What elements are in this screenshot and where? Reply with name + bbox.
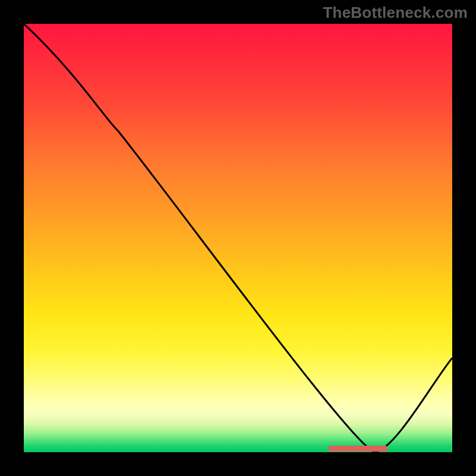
bottleneck-curve [24, 24, 452, 452]
plot-area [24, 24, 452, 452]
chart-frame: TheBottleneck.com [0, 0, 476, 476]
optimal-range-marker [328, 446, 388, 452]
watermark-text: TheBottleneck.com [323, 4, 468, 22]
curve-path [24, 24, 452, 452]
